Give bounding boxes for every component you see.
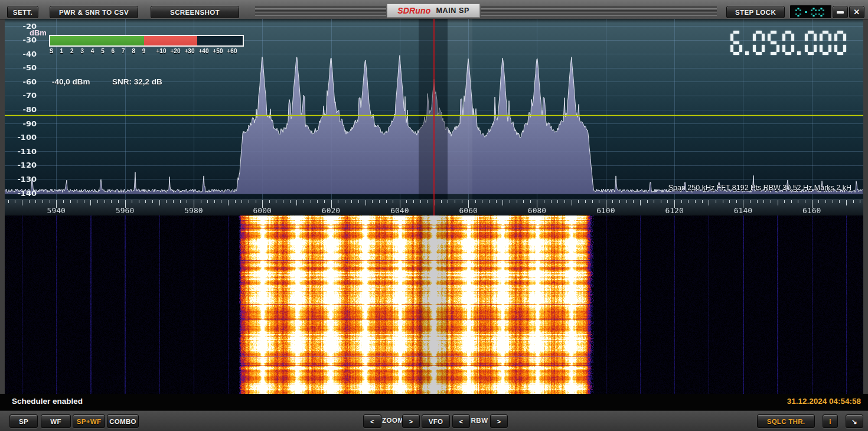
combo-view-button[interactable]: COMBO [107, 414, 139, 428]
titlebar-groove [255, 14, 386, 16]
window-title: MAIN SP [436, 6, 469, 15]
titlebar-groove [481, 14, 717, 16]
smeter-scale-label: +50 [210, 48, 226, 54]
smeter-scale-label: 9 [136, 48, 152, 54]
scheduler-status: Scheduler enabled [12, 397, 83, 406]
rbw-label: RBW [470, 417, 489, 424]
rbw-down-button[interactable]: < [452, 414, 470, 428]
app-brand: SDRuno [397, 6, 430, 15]
sp-wf-view-button[interactable]: SP+WF [73, 414, 105, 428]
vfo-button[interactable]: VFO [422, 414, 450, 428]
smeter-scale-label: +20 [168, 48, 183, 54]
titlebar-groove [255, 10, 386, 12]
bottom-toolbar: SP WF SP+WF COMBO < ZOOM > VFO < RBW > S… [0, 410, 868, 431]
span-fft-rbw-info: Span 250 kHz FFT 8192 Pts RBW 30,52 Hz M… [668, 184, 851, 192]
minimize-icon [837, 11, 844, 14]
status-bar: Scheduler enabled 31.12.2024 04:54:58 [0, 394, 868, 410]
sqlc-threshold-button[interactable]: SQLC THR. [757, 414, 815, 428]
close-button[interactable]: ✕ [849, 6, 864, 18]
zoom-label: ZOOM [382, 417, 402, 424]
smeter-scale-label: +10 [154, 48, 169, 54]
settings-button[interactable]: SETT. [7, 6, 38, 18]
main-sp-window: SETT. PWR & SNR TO CSV SCREENSHOT SDRuno… [0, 0, 868, 431]
zoom-in-button[interactable]: > [402, 414, 420, 428]
resize-handle-button[interactable]: ↘ [846, 414, 863, 428]
sp-view-button[interactable]: SP [9, 414, 38, 428]
wf-view-button[interactable]: WF [41, 414, 71, 428]
zoom-out-button[interactable]: < [363, 414, 381, 428]
power-readout: -40,0 dBm [52, 77, 90, 86]
s-meter-green-bar [50, 36, 144, 45]
titlebar-groove [481, 6, 717, 9]
pwr-snr-csv-button[interactable]: PWR & SNR TO CSV [50, 6, 138, 18]
s-meter [49, 35, 244, 47]
titlebar-groove [255, 6, 386, 9]
smeter-scale-label: +60 [224, 48, 240, 54]
screenshot-button[interactable]: SCREENSHOT [151, 6, 239, 18]
step-lock-button[interactable]: STEP LOCK [726, 6, 785, 18]
s-meter-scale: S123456789+10+20+30+40+50+60 [49, 48, 250, 55]
rbw-up-button[interactable]: > [490, 414, 508, 428]
info-button[interactable]: i [823, 414, 838, 428]
minimize-button[interactable] [833, 6, 848, 18]
snr-readout: SNR: 32,2 dB [112, 77, 162, 86]
titlebar-groove [481, 10, 717, 12]
step-size-display [789, 5, 832, 19]
titlebar[interactable]: SETT. PWR & SNR TO CSV SCREENSHOT SDRuno… [0, 0, 868, 19]
waterfall-display[interactable] [5, 216, 863, 394]
smeter-scale-label: +30 [182, 48, 197, 54]
step-size-digits [795, 8, 826, 17]
s-meter-red-bar [144, 36, 197, 45]
title-plate: SDRuno MAIN SP [387, 4, 480, 18]
frequency-display[interactable] [730, 31, 849, 55]
smeter-scale-label: +40 [196, 48, 211, 54]
dbm-unit-label: dBm [30, 28, 47, 37]
datetime-display: 31.12.2024 04:54:58 [787, 397, 861, 406]
